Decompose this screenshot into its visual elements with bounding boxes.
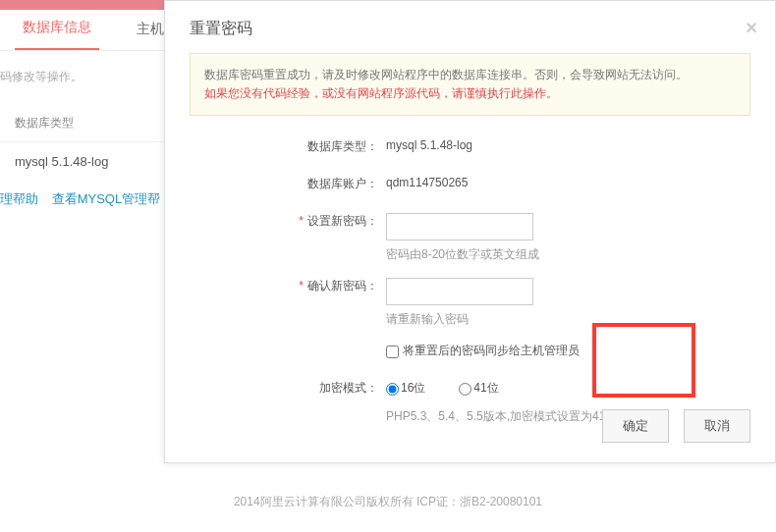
cancel-button[interactable]: 取消 [684,409,750,443]
enc-41-option[interactable]: 41位 [459,380,498,397]
hint-password-rule: 密码由8-20位数字或英文组成 [386,246,750,263]
hint-reenter: 请重新输入密码 [386,311,750,328]
label-db-type: 数据库类型： [190,133,386,155]
alert-line-1: 数据库密码重置成功，请及时修改网站程序中的数据库连接串。否则，会导致网站无法访问… [204,66,736,84]
value-db-account: qdm114750265 [386,171,750,189]
enc-41-radio[interactable] [459,383,471,396]
sync-admin-checkbox[interactable] [386,346,399,358]
label-enc-mode: 加密模式： [190,375,386,397]
enc-16-radio[interactable] [386,383,399,396]
enc-16-option[interactable]: 16位 [386,380,425,397]
label-new-password: *设置新密码： [190,208,386,230]
sync-admin-checkbox-label[interactable]: 将重置后的密码同步给主机管理员 [386,344,580,357]
reset-password-modal: 重置密码 × 数据库密码重置成功，请及时修改网站程序中的数据库连接串。否则，会导… [164,0,776,463]
label-confirm-password: *确认新密码： [190,273,386,294]
confirm-password-input[interactable] [386,278,533,305]
page-footer: 2014阿里云计算有限公司版权所有 ICP证：浙B2-20080101 [0,494,776,510]
alert-line-2: 如果您没有代码经验，或没有网站程序源代码，请谨慎执行此操作。 [204,84,736,103]
close-icon[interactable]: × [746,17,757,39]
alert-box: 数据库密码重置成功，请及时修改网站程序中的数据库连接串。否则，会导致网站无法访问… [190,53,750,116]
new-password-input[interactable] [386,213,533,240]
label-db-account: 数据库账户： [190,171,386,192]
value-db-type: mysql 5.1.48-log [386,133,750,152]
ok-button[interactable]: 确定 [602,409,669,443]
modal-title: 重置密码 [190,19,750,39]
